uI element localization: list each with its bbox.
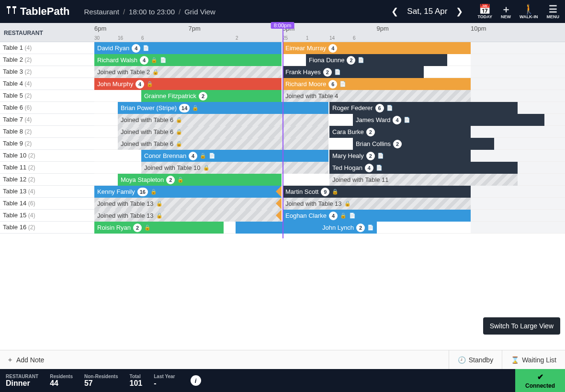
table-capacity: (4) xyxy=(28,212,35,219)
party-count: 2 xyxy=(166,176,175,184)
reservation-block[interactable]: Ted Hogan4📄 xyxy=(329,162,518,174)
table-row[interactable]: Table 9 (2) xyxy=(0,138,94,150)
table-row[interactable]: Table 11 (2) xyxy=(0,162,94,174)
reservation-block[interactable]: John Murphy4🔒 xyxy=(94,78,282,90)
new-button[interactable]: ＋NEW xyxy=(501,4,511,19)
waiting-list-button[interactable]: ⌛Waiting List xyxy=(502,350,565,369)
reservation-block[interactable]: Richard Walsh4🔒📄 xyxy=(94,54,282,66)
note-icon: 📄 xyxy=(334,69,341,75)
reservation-block[interactable]: Joined with Table 4 xyxy=(282,90,471,102)
reservation-block[interactable]: Joined with Table 13🔒 xyxy=(94,198,282,210)
next-day-button[interactable]: ❯ xyxy=(456,6,463,17)
reservation-block[interactable]: Eimear Murray4 xyxy=(282,42,471,54)
status-bar: RESTAURANTDinner Residents44 Non-Residen… xyxy=(0,369,565,392)
connection-status[interactable]: ✔Connected xyxy=(515,369,565,392)
table-row[interactable]: Table 5 (2) xyxy=(0,90,94,102)
reservation-block[interactable]: Cara Burke2 xyxy=(329,126,471,138)
reservation-block[interactable]: Joined with Table 13🔒 xyxy=(94,210,282,222)
walkin-button[interactable]: 🚶WALK-IN xyxy=(520,4,538,19)
reservation-name: John Lynch xyxy=(322,224,354,231)
reservation-block[interactable]: Brian Collins2 xyxy=(353,138,494,150)
table-row[interactable]: Table 8 (2) xyxy=(0,126,94,138)
reservation-block[interactable]: Joined with Table 10🔒 xyxy=(141,162,328,174)
table-row[interactable]: Table 15 (4) xyxy=(0,210,94,222)
table-row[interactable]: Table 3 (2) xyxy=(0,66,94,78)
reservation-block[interactable]: Richard Moore6📄 xyxy=(282,78,471,90)
reservation-block[interactable]: Joined with Table 6🔒 xyxy=(118,126,328,138)
reservation-block[interactable]: Martin Scott9🔒 xyxy=(282,186,471,198)
reservation-block[interactable]: Kenny Family16🔒 xyxy=(94,186,282,198)
reservation-block[interactable]: Joined with Table 6🔒 xyxy=(118,138,328,150)
reservation-name: Joined with Table 13 xyxy=(97,200,154,207)
table-row[interactable]: Table 16 (2) xyxy=(0,222,94,234)
reservation-block[interactable]: James Ward4📄 xyxy=(353,114,544,126)
switch-large-view-button[interactable]: Switch To Large View xyxy=(483,317,560,335)
table-row[interactable]: Table 4 (4) xyxy=(0,78,94,90)
note-icon: 📄 xyxy=(358,57,364,63)
reservation-block[interactable]: Brian Power (Stripe)14🔒 xyxy=(118,102,328,114)
reservation-name: Joined with Table 6 xyxy=(121,128,173,135)
table-row[interactable]: Table 2 (2) xyxy=(0,54,94,66)
reservation-block[interactable]: Joined with Table 13🔒 xyxy=(282,198,471,210)
reservation-name: Joined with Table 2 xyxy=(97,68,150,76)
current-date[interactable]: Sat, 15 Apr xyxy=(407,7,447,16)
table-list-header: RESTAURANT xyxy=(0,23,94,42)
note-icon: 📄 xyxy=(209,153,215,159)
breadcrumb-view[interactable]: Grid View xyxy=(184,8,215,16)
prev-day-button[interactable]: ❮ xyxy=(391,6,398,17)
reservation-block[interactable]: Moya Stapleton2🔒 xyxy=(118,174,282,186)
party-count: 6 xyxy=(328,80,337,89)
reservation-block[interactable]: Conor Brennan4🔒📄 xyxy=(141,150,328,162)
table-capacity: (2) xyxy=(25,128,32,135)
tick-label: 2 xyxy=(236,35,238,41)
add-note-button[interactable]: ＋Add Note xyxy=(0,356,51,364)
note-icon: 📄 xyxy=(376,165,383,171)
tick-label: 30 xyxy=(94,35,100,41)
reservation-block[interactable]: Joined with Table 11 xyxy=(329,174,518,186)
note-icon: 📄 xyxy=(367,224,374,231)
party-count: 4 xyxy=(132,44,140,53)
reservation-block[interactable]: Mary Healy2📄 xyxy=(329,150,471,162)
reservation-block[interactable]: Joined with Table 6🔒 xyxy=(118,114,328,126)
reservation-block[interactable]: Eoghan Clarke4🔒📄 xyxy=(282,210,471,222)
reservation-block[interactable]: Joined with Table 2🔒 xyxy=(94,66,282,78)
svg-rect-1 xyxy=(8,6,9,14)
reservation-block[interactable]: David Ryan4📄 xyxy=(94,42,282,54)
table-capacity: (2) xyxy=(28,152,35,159)
reservation-name: Roisin Ryan xyxy=(97,224,131,231)
reservation-block[interactable]: Grainne Fitzpatrick2 xyxy=(141,90,282,102)
standby-button[interactable]: 🕘Standby xyxy=(449,350,502,369)
reservation-block[interactable]: Roisin Ryan2🔒 xyxy=(94,222,224,234)
grid-row: Joined with Table 6🔒James Ward4📄 xyxy=(94,114,565,126)
table-row[interactable]: Table 6 (6) xyxy=(0,102,94,114)
reservation-block[interactable]: John Lynch2📄 xyxy=(236,222,377,234)
table-capacity: (4) xyxy=(28,188,35,195)
note-icon: 📄 xyxy=(404,117,410,123)
lock-icon: 🔒 xyxy=(152,69,159,75)
info-icon[interactable]: i xyxy=(191,375,201,386)
table-row[interactable]: Table 10 (2) xyxy=(0,150,94,162)
table-row[interactable]: Table 12 (2) xyxy=(0,174,94,186)
reservation-block[interactable]: Roger Federer6📄 xyxy=(329,102,518,114)
table-name: Table 16 xyxy=(3,224,26,231)
breadcrumb-time[interactable]: 18:00 to 23:00 xyxy=(129,8,175,16)
hour-label: 9pm xyxy=(377,25,389,32)
breadcrumb-location[interactable]: Restaurant xyxy=(84,8,119,16)
party-count: 2 xyxy=(133,224,142,232)
reservation-name: Brian Collins xyxy=(356,140,391,147)
reservation-block[interactable]: Frank Hayes2📄 xyxy=(282,66,424,78)
table-row[interactable]: Table 13 (4) xyxy=(0,186,94,198)
today-button[interactable]: 📅TODAY xyxy=(477,4,492,19)
table-row[interactable]: Table 7 (4) xyxy=(0,114,94,126)
reservation-name: Brian Power (Stripe) xyxy=(121,104,177,112)
reservation-block[interactable]: Fiona Dunne2📄 xyxy=(306,54,447,66)
table-row[interactable]: Table 14 (6) xyxy=(0,198,94,210)
lock-icon: 🔒 xyxy=(332,189,339,195)
table-name: Table 13 xyxy=(3,188,26,195)
menu-button[interactable]: ☰MENU xyxy=(547,4,560,19)
menu-icon: ☰ xyxy=(549,4,557,14)
grid-row: Kenny Family16🔒Martin Scott9🔒 xyxy=(94,186,565,198)
table-name: Table 3 xyxy=(3,68,23,75)
reservation-name: John Murphy xyxy=(97,80,133,88)
table-row[interactable]: Table 1 (4) xyxy=(0,42,94,54)
